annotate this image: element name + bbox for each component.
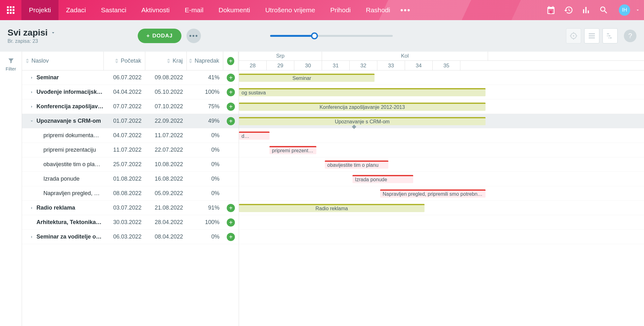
table-row[interactable]: Seminar za voditelje o…06.03.202208.04.2… xyxy=(22,230,239,244)
gantt-row xyxy=(239,215,644,230)
chevron-down-icon[interactable] xyxy=(27,119,36,123)
svg-point-1 xyxy=(573,35,574,37)
gantt-week: 33 xyxy=(377,61,405,70)
gantt-row: Upoznavanje s CRM-om xyxy=(239,114,644,128)
cell-progress: 91% xyxy=(187,205,223,211)
row-title: obavijestite tim o pla… xyxy=(43,161,104,168)
view-title[interactable]: Svi zapisi xyxy=(8,28,48,38)
nav-item[interactable]: Prihodi xyxy=(323,0,358,20)
search-icon[interactable] xyxy=(595,0,613,20)
add-button[interactable]: + DODAJ xyxy=(138,29,181,43)
cell-end: 09.08.2022 xyxy=(145,74,187,81)
chevron-right-icon[interactable] xyxy=(27,90,36,94)
add-child-button[interactable]: + xyxy=(227,204,235,212)
row-title: Radio reklama xyxy=(36,205,104,211)
calendar-icon[interactable]: 6 xyxy=(542,0,560,20)
nav-item[interactable]: Projekti xyxy=(21,0,58,20)
help-button[interactable]: ? xyxy=(624,30,636,42)
cell-start: 25.07.2022 xyxy=(104,161,145,168)
row-title: Seminar xyxy=(36,74,104,81)
gantt-week: 28 xyxy=(239,61,267,70)
list-view-button[interactable] xyxy=(584,28,599,43)
gantt-bar-project[interactable]: Seminar xyxy=(239,74,375,82)
column-title[interactable]: Naslov xyxy=(22,52,104,70)
row-title: Arhitektura, Tektonika… xyxy=(36,219,104,226)
cell-progress: 0% xyxy=(187,176,223,182)
table-row[interactable]: obavijestite tim o pla…25.07.202210.08.2… xyxy=(22,157,239,172)
table-row[interactable]: Napravljen pregled, …08.08.202205.09.202… xyxy=(22,186,239,201)
filter-column[interactable]: Filter xyxy=(0,52,22,326)
table-row[interactable]: Konferencija zapošljav…07.07.202207.10.2… xyxy=(22,99,239,114)
table-row[interactable]: Uvođenje informacijsk…04.04.202205.10.20… xyxy=(22,85,239,99)
sort-icon[interactable] xyxy=(115,59,118,63)
table-row[interactable]: pripremi dokumenta…04.07.202211.07.20220… xyxy=(22,128,239,143)
table-row[interactable]: Seminar06.07.202209.08.202241%+ xyxy=(22,70,239,85)
add-child-button[interactable]: + xyxy=(227,88,235,96)
cell-end: 08.04.2022 xyxy=(145,233,187,240)
table-row[interactable]: Radio reklama03.07.202221.08.202291%+ xyxy=(22,201,239,215)
chevron-right-icon[interactable] xyxy=(27,104,36,109)
column-end[interactable]: Kraj xyxy=(145,52,187,70)
table-row[interactable]: Izrada ponude01.08.202216.08.20220% xyxy=(22,172,239,186)
add-row-button[interactable]: + xyxy=(227,57,234,65)
gantt-week: 29 xyxy=(267,61,294,70)
add-child-button[interactable]: + xyxy=(227,233,235,241)
chevron-right-icon[interactable] xyxy=(27,76,36,80)
gantt-week: 30 xyxy=(294,61,322,70)
chevron-down-icon[interactable] xyxy=(50,30,56,36)
table-row[interactable]: Upoznavanje s CRM-om01.07.202222.09.2022… xyxy=(22,114,239,128)
cell-end: 22.09.2022 xyxy=(145,118,187,124)
add-child-button[interactable]: + xyxy=(227,103,235,111)
sort-icon[interactable] xyxy=(189,59,192,63)
nav-item[interactable]: Utrošeno vrijeme xyxy=(258,0,323,20)
gantt-week: 31 xyxy=(322,61,350,70)
cell-start: 06.03.2022 xyxy=(104,233,145,240)
add-child-button[interactable]: + xyxy=(227,117,235,125)
zoom-slider[interactable] xyxy=(270,35,393,37)
nav-item[interactable]: Sastanci xyxy=(93,0,134,20)
gantt-bar-project[interactable]: Radio reklama xyxy=(239,204,425,212)
gantt-row: obavijestite tim o planu xyxy=(239,157,644,172)
apps-icon[interactable] xyxy=(0,0,21,20)
cell-start: 03.07.2022 xyxy=(104,205,145,211)
nav-more-icon[interactable]: ••• xyxy=(398,5,414,15)
nav-item[interactable]: Dokumenti xyxy=(211,0,258,20)
table-row[interactable]: pripremi prezentaciju11.07.202222.07.202… xyxy=(22,143,239,157)
toolbar: Svi zapisi Br. zapisa: 23 + DODAJ ••• ? xyxy=(0,20,644,52)
cell-end: 22.07.2022 xyxy=(145,147,187,153)
cell-start: 01.07.2022 xyxy=(104,118,145,124)
avatar[interactable]: IH xyxy=(619,4,630,16)
nav-item[interactable]: Zadaci xyxy=(58,0,93,20)
gantt-bar-project[interactable]: Konferencija zapošljavanje 2012-2013 xyxy=(239,103,486,111)
nav-item[interactable]: Aktivnosti xyxy=(134,0,177,20)
target-view-button[interactable] xyxy=(566,28,581,43)
column-start[interactable]: Početak xyxy=(104,52,145,70)
add-child-button[interactable]: + xyxy=(227,74,235,82)
chevron-right-icon[interactable] xyxy=(27,235,36,239)
gantt-bar-task[interactable]: obavijestite tim o planu xyxy=(325,160,388,169)
gantt-panel: SrpKol 2829303132333435 Seminarog sustav… xyxy=(239,52,644,326)
zoom-handle[interactable] xyxy=(311,32,318,39)
gantt-bar-task[interactable]: d… xyxy=(239,132,269,140)
hierarchy-view-button[interactable] xyxy=(602,28,618,43)
row-title: Izrada ponude xyxy=(43,176,104,182)
user-menu-chevron-icon[interactable] xyxy=(631,8,644,13)
add-child-button[interactable]: + xyxy=(227,218,235,227)
gantt-row: Napravljen pregled, pripremili smo potre… xyxy=(239,186,644,201)
gantt-row: d… xyxy=(239,128,644,143)
column-progress[interactable]: Napredak xyxy=(187,52,223,70)
chevron-right-icon[interactable] xyxy=(27,206,36,210)
more-actions-button[interactable]: ••• xyxy=(186,29,201,43)
gantt-bar-project[interactable]: og sustava xyxy=(239,88,486,96)
gantt-bar-task[interactable]: Napravljen pregled, pripremili smo potre… xyxy=(380,189,486,198)
nav-item[interactable]: Rashodi xyxy=(358,0,398,20)
chart-bar-icon[interactable] xyxy=(577,0,595,20)
nav-item[interactable]: E-mail xyxy=(177,0,211,20)
gantt-bar-task[interactable]: pripremi prezenta… xyxy=(269,146,317,154)
table-row[interactable]: Arhitektura, Tektonika…30.03.202228.04.2… xyxy=(22,215,239,230)
sort-icon[interactable] xyxy=(167,59,170,63)
gantt-bar-task[interactable]: Izrada ponude xyxy=(353,175,414,183)
gantt-bar-project[interactable]: Upoznavanje s CRM-om xyxy=(239,117,486,125)
sort-icon[interactable] xyxy=(26,59,29,63)
history-icon[interactable] xyxy=(560,0,577,20)
